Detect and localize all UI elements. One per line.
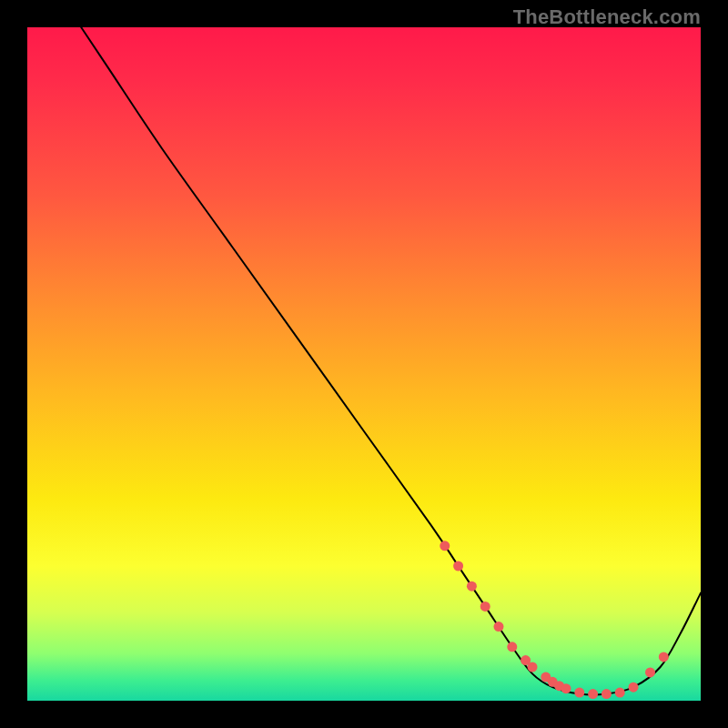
data-point: [574, 688, 584, 698]
data-point: [659, 652, 669, 662]
data-point: [480, 602, 490, 612]
scatter-points: [440, 541, 669, 699]
chart-container: TheBottleneck.com: [0, 0, 728, 728]
chart-svg: [27, 27, 701, 701]
data-point: [615, 688, 625, 698]
data-point: [629, 682, 639, 693]
data-point: [645, 667, 655, 677]
data-point: [528, 662, 538, 672]
watermark-text: TheBottleneck.com: [513, 5, 701, 29]
data-point: [507, 642, 517, 652]
line-series: [81, 27, 701, 695]
data-point: [602, 689, 612, 699]
data-point: [440, 541, 450, 551]
data-point: [588, 689, 598, 699]
data-point: [561, 683, 571, 693]
plot-area: [27, 27, 701, 701]
data-point: [467, 581, 477, 592]
data-point: [453, 561, 463, 571]
data-point: [494, 622, 504, 632]
